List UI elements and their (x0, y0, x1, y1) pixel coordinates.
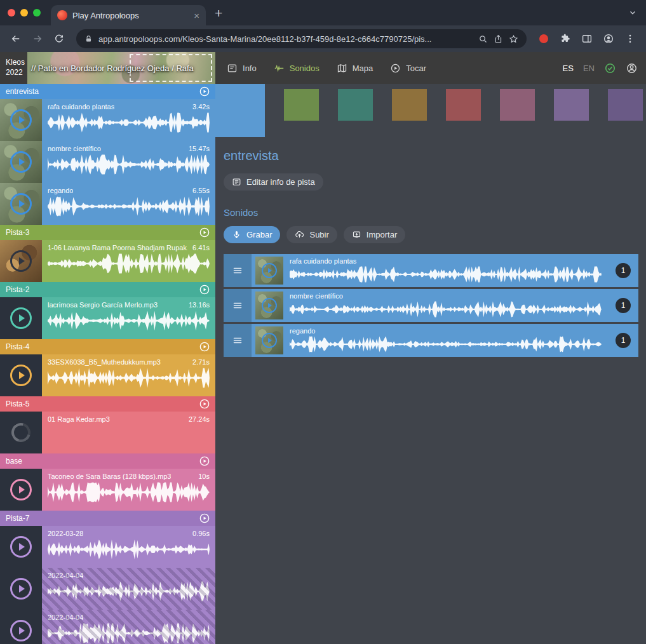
tab-close-icon[interactable]: × (194, 11, 199, 20)
browser-menu-kebab-icon[interactable] (621, 29, 640, 48)
tab-mapa[interactable]: Mapa (337, 63, 373, 74)
edit-track-info-button[interactable]: Editar info de pista (224, 173, 323, 191)
tab-search-chevron-icon[interactable] (628, 8, 637, 17)
waveform-icon (274, 63, 285, 74)
bookmark-star-icon[interactable] (509, 34, 518, 44)
waveform (290, 336, 602, 352)
sample-title: 2022-04-04 (48, 614, 83, 621)
share-icon[interactable] (494, 34, 503, 44)
address-bar[interactable]: app.antropoloops.com/Kleos-Santa-Marina/… (76, 29, 527, 48)
forward-button[interactable] (28, 29, 47, 48)
minimize-window-button[interactable] (20, 9, 28, 17)
side-panel-icon[interactable] (577, 29, 596, 48)
play-overlay-icon (10, 193, 32, 215)
browser-tab[interactable]: Play Antropoloops × (51, 5, 206, 25)
import-button[interactable]: Importar (344, 226, 405, 243)
tab-sonidos[interactable]: Sonidos (274, 63, 320, 74)
sample-play-thumbnail[interactable] (0, 610, 42, 644)
account-icon[interactable] (626, 62, 638, 74)
sample-play-thumbnail[interactable] (0, 526, 42, 568)
sample-play-thumbnail[interactable] (255, 292, 283, 319)
sample-row[interactable]: 01 Raga Kedar.mp327.24s (0, 412, 215, 453)
sample-row[interactable]: rafa cuidando plantas3.42s (0, 99, 215, 141)
recording-extension-icon[interactable] (539, 34, 548, 43)
sample-play-thumbnail[interactable] (0, 568, 42, 610)
sample-play-thumbnail[interactable] (0, 469, 42, 511)
track-color-tab-8[interactable] (608, 89, 643, 121)
play-overlay-icon (10, 479, 32, 500)
sample-play-thumbnail[interactable] (0, 240, 42, 282)
fullscreen-window-button[interactable] (33, 9, 41, 17)
sample-play-thumbnail[interactable] (0, 141, 42, 183)
language-es[interactable]: ES (563, 64, 574, 73)
extensions-puzzle-icon[interactable] (556, 29, 575, 48)
track-section-header[interactable]: Pista-2 (0, 282, 215, 297)
track-section-header[interactable]: Pista-7 (0, 511, 215, 526)
track-color-tab-2[interactable] (284, 89, 319, 121)
sound-row[interactable]: nombre científico1 (224, 289, 638, 322)
track-section-header[interactable]: Pista-5 (0, 396, 215, 412)
section-play-icon[interactable] (199, 399, 210, 409)
sample-row[interactable]: 2022-04-04 (0, 568, 215, 610)
url-text[interactable]: app.antropoloops.com/Kleos-Santa-Marina/… (98, 34, 473, 44)
track-color-tab-6[interactable] (500, 89, 535, 121)
track-color-tab-4[interactable] (392, 89, 427, 121)
sample-play-thumbnail[interactable] (255, 326, 283, 354)
track-section-header[interactable]: base (0, 453, 215, 469)
language-en[interactable]: EN (583, 64, 595, 73)
waveform (290, 266, 602, 283)
sample-play-thumbnail[interactable] (255, 257, 283, 285)
track-color-tabs (215, 84, 646, 137)
sound-row[interactable]: rafa cuidando plantas1 (224, 254, 638, 287)
drag-handle-icon[interactable] (224, 324, 252, 357)
sample-row[interactable]: Taconeo de Sara Baras (128 kbps).mp310s (0, 469, 215, 511)
sound-row[interactable]: regando1 (224, 324, 638, 357)
sample-row[interactable]: 2022-03-280.96s (0, 526, 215, 568)
sample-play-thumbnail[interactable] (0, 297, 42, 339)
track-color-tab-7[interactable] (554, 89, 589, 121)
track-section-header[interactable]: Pista-4 (0, 339, 215, 354)
track-section-header[interactable]: entrevista (0, 84, 215, 99)
upload-button[interactable]: Subir (286, 226, 337, 243)
sample-play-thumbnail[interactable] (0, 183, 42, 225)
tab-info[interactable]: Info (227, 63, 257, 74)
section-play-icon[interactable] (199, 456, 210, 466)
project-cover-image[interactable]: // Patio en Bordador Rodríguez Ojeda / R… (27, 52, 215, 84)
drag-handle-icon[interactable] (224, 289, 252, 322)
section-play-icon[interactable] (199, 285, 210, 295)
tab-tocar[interactable]: Tocar (390, 63, 426, 74)
section-play-icon[interactable] (199, 513, 210, 523)
track-section-header[interactable]: Pista-3 (0, 225, 215, 240)
track-color-tab-1[interactable] (215, 84, 265, 137)
back-button[interactable] (6, 29, 25, 48)
drag-handle-icon[interactable] (224, 254, 252, 287)
sample-row[interactable]: regando6.55s (0, 183, 215, 225)
app-brand[interactable]: Kleos 2022 (0, 58, 27, 77)
track-color-tab-3[interactable] (338, 89, 373, 121)
zoom-icon[interactable] (478, 34, 488, 44)
section-play-icon[interactable] (199, 86, 210, 97)
track-color-tab-5[interactable] (446, 89, 481, 121)
sample-row[interactable]: 1-06 Lavanya Rama Poorna Shadjam Rupak..… (0, 240, 215, 282)
profile-avatar-icon[interactable] (599, 29, 618, 48)
sync-check-icon[interactable] (604, 62, 616, 74)
section-play-icon[interactable] (199, 342, 210, 352)
play-overlay-icon (10, 365, 32, 386)
track-section-name: entrevista (6, 87, 196, 96)
record-button[interactable]: Grabar (224, 226, 280, 243)
sample-play-thumbnail[interactable] (0, 99, 42, 141)
edit-track-info-label: Editar info de pista (246, 177, 315, 187)
sample-title: 2022-03-28 (48, 530, 83, 537)
waveform (48, 311, 210, 331)
section-play-icon[interactable] (199, 227, 210, 238)
lock-icon[interactable] (84, 35, 93, 43)
sample-row[interactable]: lacrimosa Sergio García Merlo.mp313.16s (0, 297, 215, 339)
sample-row[interactable]: 33ESX6038_B5_Muthedukkum.mp32.71s (0, 354, 215, 396)
sample-row[interactable]: 2022-04-04 (0, 610, 215, 644)
new-tab-button[interactable]: + (215, 6, 222, 20)
sample-row[interactable]: nombre científico15.47s (0, 141, 215, 183)
waveform (48, 154, 210, 175)
reload-button[interactable] (50, 29, 69, 48)
close-window-button[interactable] (8, 9, 15, 17)
sample-play-thumbnail[interactable] (0, 354, 42, 396)
